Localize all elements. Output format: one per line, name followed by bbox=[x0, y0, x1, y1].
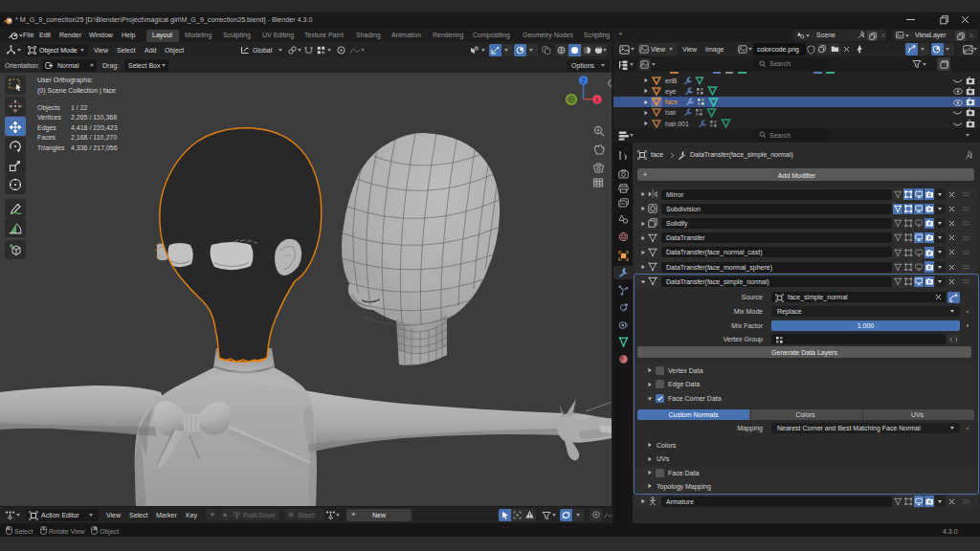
svg-text:X: X bbox=[595, 97, 600, 103]
svg-text:Z: Z bbox=[582, 77, 586, 84]
